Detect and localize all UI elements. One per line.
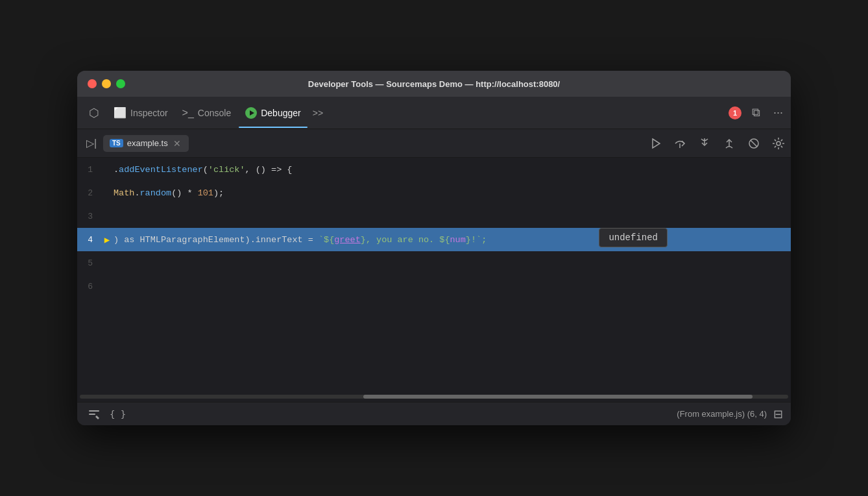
- editor-area: 1 .addEventListener('click', () => { 2 M…: [77, 158, 791, 391]
- line-arrow-4: ▶: [101, 234, 114, 245]
- svg-rect-7: [89, 410, 99, 412]
- debugger-icon: [245, 107, 257, 119]
- maximize-button[interactable]: [116, 79, 125, 88]
- play-button[interactable]: [648, 136, 662, 151]
- pretty-print-button[interactable]: { }: [110, 409, 126, 419]
- toolbar-left: ⬡ ⬜ Inspector >_ Console Debugger >>: [82, 102, 729, 124]
- sidebar-toggle-button[interactable]: ▷|: [82, 134, 101, 153]
- status-bar: { } (From example.js) (6, 4) ⊟: [77, 402, 791, 425]
- line-content-4: ) as HTMLParagraphElement).innerText = `…: [114, 235, 791, 245]
- window-title: Developer Tools — Sourcemaps Demo — http…: [308, 79, 560, 89]
- deactivate-button[interactable]: [747, 136, 761, 151]
- error-count: 1: [729, 106, 741, 119]
- scrollbar-thumb[interactable]: [363, 395, 753, 399]
- inspector-label: Inspector: [130, 108, 168, 118]
- ts-badge: TS: [110, 139, 123, 147]
- devtools-window: Developer Tools — Sourcemaps Demo — http…: [77, 71, 791, 425]
- line-number-2: 2: [77, 188, 101, 198]
- horizontal-scrollbar[interactable]: [77, 391, 791, 402]
- step-into-button[interactable]: [697, 136, 712, 151]
- undefined-tooltip: undefined: [599, 228, 668, 247]
- svg-line-5: [751, 140, 757, 147]
- line-content-1: .addEventListener('click', () => {: [114, 165, 791, 175]
- line-number-3: 3: [77, 212, 101, 221]
- editor-toolbar-left: ▷| TS example.ts ✕: [82, 134, 648, 153]
- console-label: Console: [198, 108, 231, 118]
- minimize-button[interactable]: [102, 79, 111, 88]
- svg-rect-8: [89, 414, 95, 415]
- status-left: { }: [85, 405, 126, 423]
- editor-empty-space: [77, 298, 791, 345]
- code-line-6: 6: [77, 275, 791, 298]
- more-tabs-button[interactable]: >>: [309, 105, 327, 121]
- step-out-button[interactable]: [722, 136, 736, 151]
- editor-controls: [648, 136, 786, 151]
- code-line-5: 5: [77, 251, 791, 275]
- cursor-icon: ⬡: [89, 106, 99, 120]
- line-number-6: 6: [77, 282, 101, 291]
- tooltip-text: undefined: [609, 232, 658, 243]
- toolbar-right: 1 ⧉ ···: [729, 103, 786, 122]
- close-button[interactable]: [88, 79, 97, 88]
- sidebar-toggle-icon: ▷|: [86, 137, 97, 149]
- console-icon: >_: [182, 107, 194, 119]
- settings-button[interactable]: [771, 136, 786, 151]
- source-map-icon[interactable]: ⊟: [773, 407, 783, 421]
- error-badge: 1: [729, 106, 741, 119]
- source-position: (From example.js) (6, 4): [677, 409, 767, 419]
- scrollbar-track[interactable]: [80, 395, 788, 399]
- breakpoints-icon[interactable]: [85, 405, 103, 423]
- inspector-icon: ⬜: [114, 106, 127, 119]
- code-line-2: 2 Math.random() * 101);: [77, 181, 791, 205]
- cursor-tool[interactable]: ⬡: [82, 102, 106, 124]
- responsive-icon[interactable]: ⧉: [749, 103, 763, 122]
- menu-icon[interactable]: ···: [771, 103, 786, 122]
- svg-point-6: [777, 142, 780, 145]
- editor-toolbar: ▷| TS example.ts ✕: [77, 129, 791, 158]
- line-number-5: 5: [77, 258, 101, 268]
- tab-inspector[interactable]: ⬜ Inspector: [107, 103, 175, 123]
- line-number-1: 1: [77, 165, 101, 175]
- code-line-4: 4 ▶ ) as HTMLParagraphElement).innerText…: [77, 228, 791, 251]
- traffic-lights: [88, 79, 125, 88]
- line-content-2: Math.random() * 101);: [114, 188, 791, 198]
- code-line-1: 1 .addEventListener('click', () => {: [77, 158, 791, 181]
- svg-marker-0: [653, 139, 660, 148]
- file-tab[interactable]: TS example.ts ✕: [103, 135, 189, 152]
- code-line-3: 3: [77, 205, 791, 228]
- main-toolbar: ⬡ ⬜ Inspector >_ Console Debugger >>: [77, 97, 791, 129]
- debugger-label: Debugger: [261, 108, 301, 118]
- tab-console[interactable]: >_ Console: [176, 103, 238, 123]
- titlebar: Developer Tools — Sourcemaps Demo — http…: [77, 71, 791, 97]
- tab-debugger[interactable]: Debugger: [239, 103, 307, 123]
- step-over-button[interactable]: [673, 136, 687, 151]
- line-number-4: 4: [77, 235, 101, 245]
- file-name: example.ts: [127, 138, 168, 148]
- status-right: (From example.js) (6, 4) ⊟: [677, 407, 783, 421]
- file-close-button[interactable]: ✕: [172, 138, 182, 149]
